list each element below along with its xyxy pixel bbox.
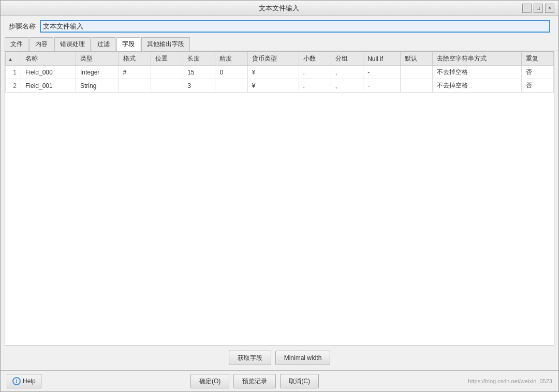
watermark-text: https://blog.csdn.net/weixin_0523 bbox=[468, 378, 552, 384]
col-precision[interactable]: 精度 bbox=[215, 52, 247, 66]
tab-content[interactable]: 内容 bbox=[30, 37, 53, 51]
table-cell[interactable]: , bbox=[331, 66, 363, 79]
col-type[interactable]: 类型 bbox=[76, 52, 119, 66]
help-label: Help bbox=[23, 378, 36, 385]
table-cell[interactable]: , bbox=[331, 79, 363, 93]
table-cell[interactable]: - bbox=[363, 79, 400, 93]
table-header-row: ▲ 名称 类型 格式 位置 长度 精度 货币类型 小数 分组 Null if 默… bbox=[6, 52, 554, 66]
help-icon: i bbox=[12, 377, 21, 385]
col-format[interactable]: 格式 bbox=[119, 52, 151, 66]
footer-row: i Help 确定(O) 预览记录 取消(C) https://blog.csd… bbox=[1, 370, 558, 391]
help-button[interactable]: i Help bbox=[7, 374, 41, 388]
ok-button[interactable]: 确定(O) bbox=[190, 374, 229, 388]
tab-other[interactable]: 其他输出字段 bbox=[141, 37, 190, 51]
table-cell[interactable]: 2 bbox=[6, 79, 21, 93]
col-grouping[interactable]: 分组 bbox=[331, 52, 363, 66]
table-cell[interactable] bbox=[151, 79, 183, 93]
col-repeat[interactable]: 重复 bbox=[521, 52, 553, 66]
col-default[interactable]: 默认 bbox=[400, 52, 432, 66]
maximize-button[interactable]: □ bbox=[534, 4, 543, 13]
table-cell[interactable]: Field_000 bbox=[21, 66, 76, 79]
table-cell[interactable]: . bbox=[299, 79, 331, 93]
col-currency[interactable]: 货币类型 bbox=[247, 52, 299, 66]
fields-table: ▲ 名称 类型 格式 位置 长度 精度 货币类型 小数 分组 Null if 默… bbox=[5, 52, 554, 93]
content-area: ▲ 名称 类型 格式 位置 长度 精度 货币类型 小数 分组 Null if 默… bbox=[5, 51, 554, 345]
table-body: 1Field_000Integer#150¥.,-不去掉空格否2Field_00… bbox=[6, 66, 554, 93]
table-cell[interactable] bbox=[215, 79, 247, 93]
col-num[interactable]: ▲ bbox=[6, 52, 21, 66]
tab-error[interactable]: 错误处理 bbox=[54, 37, 91, 51]
table-cell[interactable]: 不去掉空格 bbox=[432, 66, 521, 79]
tab-file[interactable]: 文件 bbox=[5, 37, 28, 51]
main-window: 文本文件输入 − □ × 步骤名称 文件 内容 错误处理 过滤 字段 其他输出字… bbox=[0, 0, 559, 392]
table-cell[interactable]: 15 bbox=[183, 66, 215, 79]
fields-table-wrapper: ▲ 名称 类型 格式 位置 长度 精度 货币类型 小数 分组 Null if 默… bbox=[5, 52, 554, 345]
col-position[interactable]: 位置 bbox=[151, 52, 183, 66]
title-bar: 文本文件输入 − □ × bbox=[1, 1, 558, 16]
table-cell[interactable]: Field_001 bbox=[21, 79, 76, 93]
table-cell[interactable] bbox=[400, 66, 432, 79]
step-name-input[interactable] bbox=[40, 20, 550, 33]
table-row: 1Field_000Integer#150¥.,-不去掉空格否 bbox=[6, 66, 554, 79]
footer-left: i Help bbox=[7, 374, 41, 388]
table-cell[interactable]: Integer bbox=[76, 66, 119, 79]
col-length[interactable]: 长度 bbox=[183, 52, 215, 66]
table-cell[interactable]: 不去掉空格 bbox=[432, 79, 521, 93]
minimal-width-button[interactable]: Minimal width bbox=[275, 351, 331, 365]
table-cell[interactable]: 1 bbox=[6, 66, 21, 79]
window-title: 文本文件输入 bbox=[36, 4, 522, 13]
table-cell[interactable]: 否 bbox=[521, 66, 553, 79]
col-nullif[interactable]: Null if bbox=[363, 52, 400, 66]
table-cell[interactable] bbox=[151, 66, 183, 79]
close-button[interactable]: × bbox=[545, 4, 554, 13]
col-name[interactable]: 名称 bbox=[21, 52, 76, 66]
cancel-button[interactable]: 取消(C) bbox=[280, 374, 319, 388]
table-cell[interactable]: - bbox=[363, 66, 400, 79]
table-cell[interactable]: 0 bbox=[215, 66, 247, 79]
footer-right: https://blog.csdn.net/weixin_0523 bbox=[468, 378, 552, 384]
table-cell[interactable]: . bbox=[299, 66, 331, 79]
footer-center: 确定(O) 预览记录 取消(C) bbox=[190, 374, 319, 388]
step-name-label: 步骤名称 bbox=[9, 22, 36, 31]
tabs-row: 文件 内容 错误处理 过滤 字段 其他输出字段 bbox=[1, 37, 558, 51]
preview-button[interactable]: 预览记录 bbox=[233, 374, 276, 388]
table-cell[interactable]: 否 bbox=[521, 79, 553, 93]
table-cell[interactable]: # bbox=[119, 66, 151, 79]
table-cell[interactable]: ¥ bbox=[247, 79, 299, 93]
get-fields-button[interactable]: 获取字段 bbox=[229, 351, 271, 365]
table-cell[interactable] bbox=[119, 79, 151, 93]
col-trim[interactable]: 去除空字符串方式 bbox=[432, 52, 521, 66]
step-name-row: 步骤名称 bbox=[1, 16, 558, 37]
tab-filter[interactable]: 过滤 bbox=[92, 37, 115, 51]
tab-fields[interactable]: 字段 bbox=[116, 37, 140, 51]
col-decimal[interactable]: 小数 bbox=[299, 52, 331, 66]
window-controls: − □ × bbox=[522, 4, 554, 13]
table-cell[interactable]: 3 bbox=[183, 79, 215, 93]
table-row: 2Field_001String3¥.,-不去掉空格否 bbox=[6, 79, 554, 93]
minimize-button[interactable]: − bbox=[522, 4, 532, 13]
sort-arrow-icon: ▲ bbox=[8, 56, 13, 62]
table-cell[interactable] bbox=[400, 79, 432, 93]
bottom-buttons-row: 获取字段 Minimal width bbox=[1, 345, 558, 370]
table-cell[interactable]: ¥ bbox=[247, 66, 299, 79]
table-cell[interactable]: String bbox=[76, 79, 119, 93]
